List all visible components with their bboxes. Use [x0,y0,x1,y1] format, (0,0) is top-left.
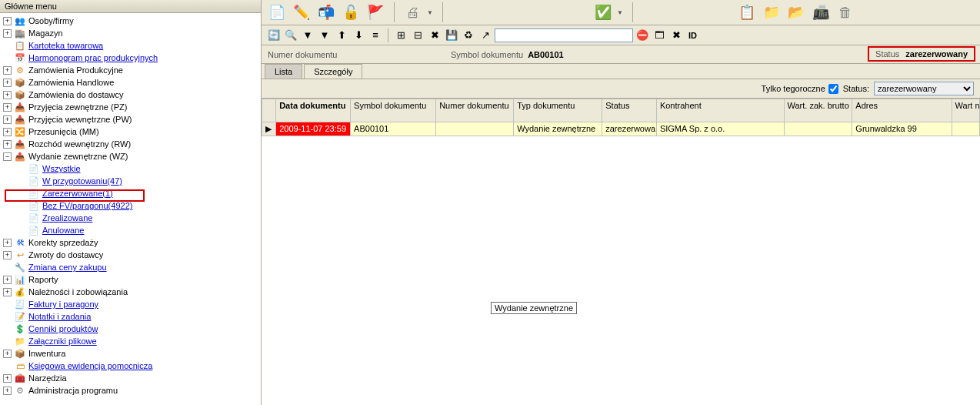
cell-kontrahent[interactable]: SIGMA Sp. z o.o. [656,122,784,136]
tree-label[interactable]: Przesunięcia (MM) [28,127,261,136]
tree-label[interactable]: Administracja programu [28,386,261,395]
tree-label[interactable]: Inwentura [28,349,261,358]
tree-item[interactable]: 🧾Faktury i paragony [0,298,261,310]
close-red-icon[interactable]: ✖ [427,28,442,43]
tree-item[interactable]: 📄Anulowane [0,224,261,236]
tree[interactable]: +👥Osoby/firmy+🏬Magazyn📋Kartoteka towarow… [0,13,261,405]
tree-item[interactable]: +⚙Administracja programu [0,384,261,397]
tree-item[interactable]: 💲Cenniki produktów [0,323,261,335]
filter2-icon[interactable]: ▼ [317,28,332,43]
new-button[interactable]: 📄 [266,2,288,23]
sort-desc-icon[interactable]: ⬇ [351,28,366,43]
tree-item[interactable]: 📋Kartoteka towarowa [0,39,261,52]
cell-adres[interactable]: Grunwaldzka 99 [852,122,952,136]
sort-asc-icon[interactable]: ⬆ [334,28,349,43]
tree-item[interactable]: +📤Rozchód wewnętrzny (RW) [0,138,261,150]
cell-status[interactable]: zarezerwowa [602,122,657,136]
tree-item[interactable]: 📅Harmonogram prac produkcyjnych [0,52,261,64]
tree-label[interactable]: Załączniki plikowe [28,336,261,346]
expand-icon[interactable]: + [3,66,12,75]
tree-label[interactable]: W przygotowaniu(47) [42,176,261,186]
tree-item[interactable]: +📦Zamówienia Handlowe [0,76,261,89]
tree-item[interactable]: +👥Osoby/firmy [0,15,261,27]
column-header[interactable]: Status [602,99,657,122]
tree-label[interactable]: Harmonogram prac produkcyjnych [28,53,261,62]
tab-szczegoly[interactable]: Szczegóły [304,64,362,79]
flag-button[interactable]: 🚩 [365,2,386,23]
save-icon[interactable]: 💾 [444,28,459,43]
expand-icon[interactable]: + [3,374,12,383]
popout-icon[interactable]: ↗ [478,28,493,43]
tree-item[interactable]: +📊Raporty [0,273,261,286]
expand-icon[interactable]: + [3,115,12,124]
scan-button[interactable]: 📠 [810,2,832,23]
tree-label[interactable]: Należności i zobowiązania [28,287,261,296]
tree-item[interactable]: +↩Zwroty do dostawcy [0,249,261,261]
tree-label[interactable]: Rozchód wewnętrzny (RW) [28,139,261,149]
delete2-icon[interactable]: ✖ [668,28,684,43]
expand-icon[interactable]: + [3,276,12,284]
find-icon[interactable]: 🔍 [283,28,298,43]
redstop-icon[interactable]: ⛔ [635,28,650,43]
cell-typ[interactable]: Wydanie zewnętrzne [514,122,602,136]
tree-label[interactable]: Zamówienia Produkcyjne [28,65,261,75]
tree-label[interactable]: Notatki i zadania [28,312,261,321]
tree-label[interactable]: Narzędzia [28,373,261,383]
tree-item[interactable]: 📁Załączniki plikowe [0,335,261,347]
tree-item[interactable]: +📦Zamówienia do dostawcy [0,89,261,101]
tree-item[interactable]: 📄Zrealizowane [0,212,261,224]
column-header[interactable]: Data dokumentu [276,99,351,122]
cell-wart[interactable] [784,122,852,136]
add-folder-button[interactable]: 📁 [761,2,782,23]
expand-icon[interactable]: + [3,288,12,296]
column-header[interactable]: Typ dokumentu [514,99,602,122]
tree-label[interactable]: Osoby/firmy [28,16,261,25]
tree-label[interactable]: Zamówienia Handlowe [28,78,261,87]
column-header[interactable] [262,99,276,122]
tree-item[interactable]: +⚙Zamówienia Produkcyjne [0,64,261,76]
cell-wartnetto[interactable] [952,122,979,136]
cell-mark[interactable]: ▶ [262,122,276,136]
column-header[interactable]: Numer dokumentu [436,99,514,122]
dropdown-arrow-icon[interactable]: ▼ [617,9,625,16]
tree-label[interactable]: Wszystkie [42,164,261,173]
column-header[interactable]: Wart. zak. brutto [784,99,852,122]
tree-item[interactable]: +📥Przyjęcia zewnętrzne (PZ) [0,101,261,113]
open-button[interactable]: 📬 [315,2,337,23]
tree-label[interactable]: Przyjęcia wewnętrzne (PW) [28,115,261,124]
tree-item[interactable]: 📄Bez FV/paragonu(4922) [0,199,261,212]
tree-label[interactable]: Korekty sprzedaży [28,238,261,247]
tree-item[interactable]: 📄Zarezerwowane(1) [0,187,261,199]
refresh-icon[interactable]: 🔄 [266,28,282,43]
tree-item[interactable]: +🧰Narzędzia [0,372,261,384]
tree-label[interactable]: Bez FV/paragonu(4922) [42,201,261,210]
cell-symbol[interactable]: AB00101 [351,122,436,136]
expand-icon[interactable]: + [3,251,12,259]
check-button[interactable]: ✅ [592,2,614,23]
tree-label[interactable]: Przyjęcia zewnętrzne (PZ) [28,102,261,112]
tree-label[interactable]: Wydanie zewnętrzne (WZ) [28,152,261,161]
print-button[interactable]: 🖨 [402,2,424,23]
tree-label[interactable]: Zarezerwowane(1) [42,189,261,198]
open-folder-button[interactable]: 📂 [785,2,807,23]
reload-icon[interactable]: ♻ [461,28,476,43]
tree-item[interactable]: 📄W przygotowaniu(47) [0,175,261,187]
expand-icon[interactable]: + [3,387,12,395]
expand-icon[interactable]: + [3,140,12,149]
grid[interactable]: Data dokumentuSymbol dokumentuNumer doku… [262,99,980,405]
archive-button[interactable]: 🗑 [835,2,856,23]
tree-label[interactable]: Raporty [28,275,261,284]
expand-icon[interactable]: + [3,79,12,87]
expand-icon[interactable]: + [3,239,12,247]
filter1-icon[interactable]: ▼ [300,28,315,43]
grid2-icon[interactable]: ⊟ [410,28,425,43]
expand-icon[interactable]: + [3,91,12,99]
column-header[interactable]: Wart netto [952,99,979,122]
bluewin-icon[interactable]: 🗔 [652,28,667,43]
clipboard-button[interactable]: 📋 [736,2,758,23]
expand-icon[interactable]: + [3,350,12,358]
tree-item[interactable]: 🔧Zmiana ceny zakupu [0,261,261,273]
tree-item[interactable]: 🗃Księgowa ewidencja pomocnicza [0,360,261,372]
table-row[interactable]: ▶2009-11-07 23:59AB00101Wydanie zewnętrz… [262,122,980,136]
column-header[interactable]: Kontrahent [656,99,784,122]
